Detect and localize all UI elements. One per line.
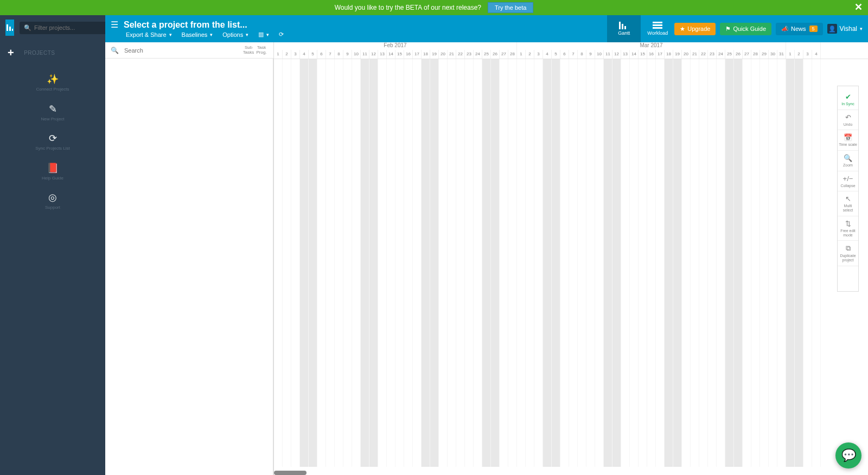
day-column [586,59,595,467]
day-column [708,59,717,467]
day-label: 3 [803,50,812,59]
sidebar-new-project[interactable]: ✎ New Project [0,98,105,127]
gantt-body[interactable] [274,59,868,467]
svg-rect-1 [9,27,11,31]
sidebar-help-guide[interactable]: 📕 Help Guide [0,157,105,187]
quick-guide-button[interactable]: ⚑ Quick Guide [720,23,771,35]
sync-status[interactable]: ✔ In Sync [838,89,858,110]
day-label: 4 [812,50,821,59]
day-label: 11 [604,50,612,59]
gantt-chart[interactable]: Feb 2017Mar 2017 12345678910111213141516… [274,42,868,475]
sidebar-connect-projects[interactable]: ✨ Connect Projects [0,68,105,98]
day-label: 21 [691,50,699,59]
collapse-icon: +/− [839,175,857,183]
day-column [517,59,526,467]
day-label: 13 [378,50,387,59]
add-project-icon[interactable]: + [8,47,14,59]
baselines-menu[interactable]: Baselines [182,31,213,38]
day-column [526,59,534,467]
refresh-button[interactable]: ⟳ [279,31,284,38]
day-column [317,59,326,467]
undo-icon: ↶ [839,113,857,121]
day-column [647,59,656,467]
day-column [361,59,369,467]
day-label: 25 [725,50,734,59]
day-label: 10 [595,50,604,59]
close-banner-icon[interactable]: ✕ [854,1,863,13]
day-label: 23 [465,50,474,59]
toolbar: ☰ Select a project from the list... Expo… [105,15,868,42]
day-label: 30 [769,50,777,59]
day-label: 3 [291,50,300,59]
wand-icon: ✨ [2,73,103,85]
month-row: Feb 2017Mar 2017 [274,42,868,50]
svg-rect-8 [653,27,662,29]
timescale-button[interactable]: 📅 Time scale [838,130,858,151]
day-column [430,59,439,467]
svg-rect-7 [653,24,662,26]
day-column [352,59,361,467]
day-label: 12 [369,50,378,59]
day-label: 28 [508,50,517,59]
day-column [543,59,552,467]
book-icon: 📕 [2,162,103,174]
month-label: Mar 2017 [517,42,786,50]
day-column [612,59,621,467]
zoom-button[interactable]: 🔍 Zoom [838,151,858,171]
day-column [803,59,812,467]
chat-fab[interactable]: 💬 [835,442,861,468]
day-label: 10 [352,50,361,59]
task-search-input[interactable] [124,47,242,54]
day-label: 18 [665,50,673,59]
day-column [369,59,378,467]
columns-menu[interactable]: ▥ [258,31,269,38]
options-menu[interactable]: Options [222,31,248,38]
svg-rect-2 [12,29,13,31]
day-column [395,59,404,467]
day-column [673,59,682,467]
day-column [300,59,309,467]
day-label: 1 [786,50,795,59]
day-column [656,59,665,467]
day-label: 1 [517,50,526,59]
day-column [413,59,422,467]
day-label: 18 [422,50,430,59]
filter-projects-input[interactable]: 🔍 [20,22,113,34]
gantt-tab[interactable]: Gantt [607,15,641,42]
day-label: 2 [283,50,291,59]
upgrade-button[interactable]: ★ Upgrade [674,23,716,35]
updown-icon: ⇅ [839,220,857,228]
projects-label: PROJECTS [24,50,55,56]
export-share-menu[interactable]: Export & Share [126,31,172,38]
day-column [508,59,517,467]
projects-header: + PROJECTS [0,40,105,62]
sidebar-sync-projects[interactable]: ⟳ Sync Projects List [0,127,105,157]
menu-icon[interactable]: ☰ [111,20,118,30]
workload-tab[interactable]: Workload [641,15,674,42]
svg-rect-4 [622,24,623,29]
day-column [448,59,456,467]
day-label: 15 [395,50,404,59]
star-icon: ★ [680,25,685,33]
app-logo[interactable] [5,20,14,36]
day-label: 14 [630,50,639,59]
day-column [621,59,630,467]
undo-button[interactable]: ↶ Undo [838,110,858,131]
day-label: 26 [734,50,743,59]
sidebar-support[interactable]: ◎ Support [0,186,105,216]
flag-icon: ⚑ [725,25,731,33]
day-label: 31 [777,50,786,59]
day-label: 25 [482,50,491,59]
duplicate-button[interactable]: ⧉ Duplicate project [838,241,858,266]
multiselect-button[interactable]: ↖ Multi select [838,191,858,216]
day-label: 2 [795,50,803,59]
try-beta-button[interactable]: Try the beta [488,2,533,13]
user-menu[interactable]: 👤 Vishal ▾ [827,24,863,34]
day-column [717,59,725,467]
day-label: 13 [621,50,630,59]
freeedit-button[interactable]: ⇅ Free edit mode [838,216,858,241]
news-button[interactable]: 📣 News 5 [776,23,823,35]
collapse-button[interactable]: +/− Collapse [838,171,858,192]
day-column [465,59,474,467]
horizontal-scrollbar[interactable] [274,471,307,475]
